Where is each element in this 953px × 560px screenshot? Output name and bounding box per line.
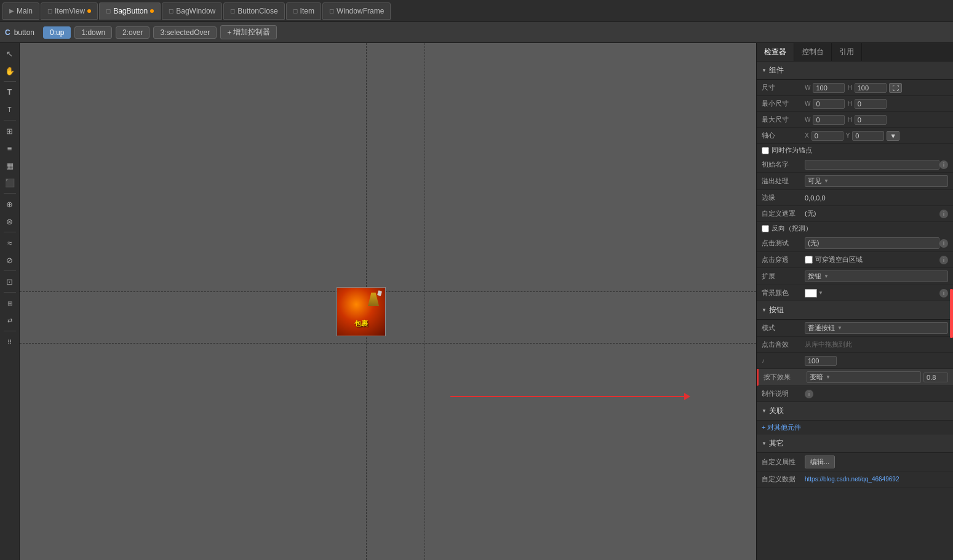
press-effect-arrow: ▼: [826, 374, 831, 380]
hit-test-info[interactable]: i: [939, 239, 948, 248]
hit-test-dropdown[interactable]: (无): [805, 237, 939, 249]
tab-windowframe[interactable]: ◻ WindowFrame: [322, 2, 391, 20]
prop-click-sound: 点击音效 从库中拖拽到此: [757, 337, 953, 353]
prop-sound-volume: ♪: [757, 353, 953, 369]
prop-border: 边缘 0,0,0,0: [757, 190, 953, 206]
add-controller-button[interactable]: + 增加控制器: [220, 25, 277, 39]
section-button-title: 按钮: [769, 305, 784, 315]
custom-mask-info[interactable]: i: [939, 210, 948, 218]
state-3selectedover[interactable]: 3:selectedOver: [153, 26, 217, 39]
prop-bg-color: 背景颜色 ▼ i: [757, 285, 953, 301]
make-note-label: 制作说明: [762, 389, 805, 398]
click-through-checkbox[interactable]: [805, 256, 813, 264]
tab-main[interactable]: ▶ Main: [2, 2, 39, 20]
press-effect-dropdown[interactable]: 变暗 ▼: [807, 371, 921, 383]
min-h-input[interactable]: [855, 99, 887, 109]
relation-content: + 对其他元件: [757, 420, 953, 435]
press-effect-value: 变暗: [810, 373, 823, 382]
mode-dropdown[interactable]: 普通按钮 ▼: [805, 322, 948, 334]
reverse-checkbox[interactable]: [762, 225, 769, 232]
init-name-label: 初始名字: [762, 160, 805, 169]
overflow-value: 可见: [808, 176, 821, 186]
tab-bagbutton[interactable]: ◻ BagButton: [99, 2, 161, 20]
size-h-label: H: [847, 84, 851, 91]
max-h-input[interactable]: [855, 115, 887, 125]
tab-windowframe-label: WindowFrame: [337, 7, 384, 15]
rect-tool[interactable]: ⊞: [2, 123, 18, 139]
sound-volume-input[interactable]: [805, 356, 837, 366]
section-button[interactable]: ▼ 按钮: [757, 301, 953, 320]
tab-inspector[interactable]: 检查器: [757, 43, 794, 61]
pivot-y-input[interactable]: [852, 131, 884, 141]
list-tool[interactable]: ≡: [2, 140, 18, 156]
pivot-expand-btn[interactable]: ▼: [887, 131, 899, 141]
text2-tool[interactable]: T: [2, 101, 18, 117]
pivot-x-input[interactable]: [811, 131, 843, 141]
init-name-info[interactable]: i: [939, 160, 948, 169]
prop-size: 尺寸 W H ⛶: [757, 80, 953, 96]
click-through-info[interactable]: i: [939, 256, 948, 264]
bg-color-swatch[interactable]: [805, 289, 817, 298]
item-text: 包裹: [354, 320, 368, 327]
init-name-input[interactable]: [805, 160, 939, 170]
text-tool[interactable]: T: [2, 84, 18, 100]
tab-item[interactable]: ◻ Item: [286, 2, 321, 20]
section-component[interactable]: ▼ 组件: [757, 61, 953, 80]
prop-custom-props: 自定义属性 编辑...: [757, 453, 953, 471]
bag-button-item[interactable]: 包裹: [337, 287, 386, 336]
state-2over[interactable]: 2:over: [116, 26, 150, 39]
tab-reference[interactable]: 引用: [832, 43, 862, 61]
prop-press-effect: 按下效果 变暗 ▼: [757, 369, 953, 386]
transform-tool[interactable]: ⇄: [2, 312, 18, 328]
state-1down[interactable]: 1:down: [74, 26, 112, 39]
section-other-arrow: ▼: [762, 441, 767, 446]
circle-tool[interactable]: ⊘: [2, 252, 18, 268]
box-tool[interactable]: ⊡: [2, 274, 18, 290]
section-relation[interactable]: ▼ 关联: [757, 402, 953, 420]
overflow-arrow: ▼: [824, 178, 829, 184]
section-other[interactable]: ▼ 其它: [757, 435, 953, 453]
bg-color-info[interactable]: i: [939, 289, 948, 298]
make-note-info[interactable]: i: [805, 390, 813, 398]
wave-tool[interactable]: ≈: [2, 235, 18, 251]
grid-tool[interactable]: ▦: [2, 157, 18, 173]
tab-buttonclose[interactable]: ◻ ButtonClose: [223, 2, 284, 20]
tool-sep-3: [4, 193, 16, 194]
tab-itemview[interactable]: ◻ ItemView: [41, 2, 98, 20]
minus-tool[interactable]: ⊗: [2, 213, 18, 229]
tab-item-label: Item: [300, 7, 314, 15]
anchor-checkbox[interactable]: [762, 147, 769, 154]
tab-buttonclose-icon: ◻: [230, 7, 235, 14]
state-0up[interactable]: 0:up: [43, 26, 71, 39]
canvas[interactable]: 包裹: [20, 43, 756, 560]
overflow-dropdown[interactable]: 可见 ▼: [805, 175, 948, 187]
shape-tool[interactable]: ⬛: [2, 175, 18, 191]
fullscreen-btn[interactable]: ⛶: [889, 83, 902, 93]
item-preview: 包裹: [337, 288, 385, 336]
tab-console[interactable]: 控制台: [794, 43, 832, 61]
tab-bagwindow[interactable]: ◻ BagWindow: [162, 2, 222, 20]
size-w-input[interactable]: [813, 83, 845, 93]
toolbar: C button 0:up 1:down 2:over 3:selectedOv…: [0, 22, 953, 43]
tab-bagwindow-icon: ◻: [169, 7, 173, 14]
add-tool[interactable]: ⊕: [2, 196, 18, 212]
add-controller-label: 增加控制器: [233, 27, 270, 37]
max-size-inputs: W H: [805, 115, 887, 125]
click-sound-label: 点击音效: [762, 340, 805, 349]
dots-tool[interactable]: ⠿: [2, 334, 18, 350]
tab-itemview-dot: [87, 9, 91, 13]
min-w-input[interactable]: [813, 99, 845, 109]
mode-value: 普通按钮: [808, 323, 835, 333]
select-tool[interactable]: ↖: [2, 45, 18, 61]
bg-color-arrow[interactable]: ▼: [818, 290, 823, 296]
hand-tool[interactable]: ✋: [2, 63, 18, 79]
custom-data-label: 自定义数据: [762, 475, 805, 484]
anchor-tool[interactable]: ⊞: [2, 295, 18, 311]
extend-dropdown[interactable]: 按钮 ▼: [805, 270, 948, 282]
border-value: 0,0,0,0: [805, 194, 948, 202]
press-effect-num[interactable]: [923, 373, 948, 382]
max-w-input[interactable]: [813, 115, 845, 125]
edit-btn[interactable]: 编辑...: [805, 455, 835, 468]
add-relation-btn[interactable]: + 对其他元件: [762, 424, 801, 431]
size-h-input[interactable]: [855, 83, 887, 93]
